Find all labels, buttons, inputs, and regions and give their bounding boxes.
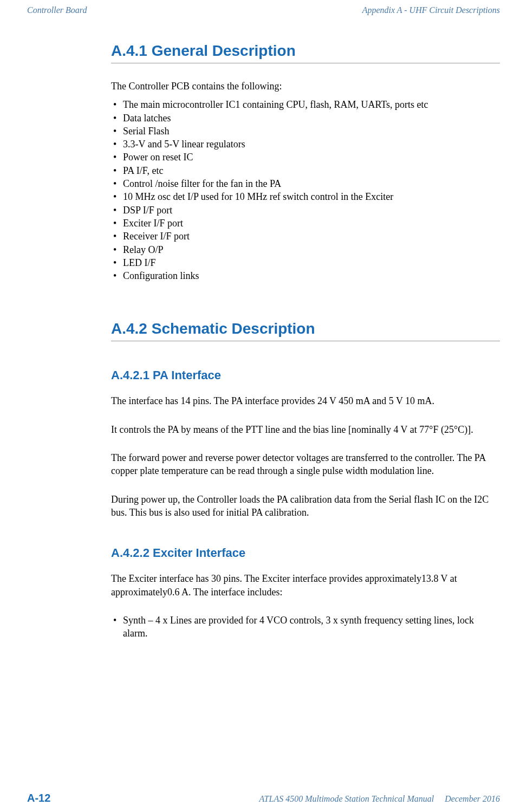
list-item: Exciter I/F port — [111, 217, 500, 230]
list-item: Receiver I/F port — [111, 230, 500, 243]
section-a41-title: A.4.1 General Description — [111, 42, 500, 63]
list-item: Configuration links — [111, 269, 500, 282]
section-a422-p1: The Exciter interface has 30 pins. The E… — [111, 572, 500, 599]
section-a421-title: A.4.2.1 PA Interface — [111, 368, 500, 382]
list-item: LED I/F — [111, 256, 500, 269]
section-a41-list: The main microcontroller IC1 containing … — [111, 98, 500, 282]
list-item: Power on reset IC — [111, 151, 500, 164]
header-right: Appendix A - UHF Circuit Descriptions — [362, 5, 500, 15]
list-item: 3.3-V and 5-V linear regulators — [111, 138, 500, 151]
list-item: Synth – 4 x Lines are provided for 4 VCO… — [111, 614, 500, 640]
section-a422-title: A.4.2.2 Exciter Interface — [111, 546, 500, 560]
list-item: The main microcontroller IC1 containing … — [111, 98, 500, 111]
list-item: 10 MHz osc det I/P used for 10 MHz ref s… — [111, 190, 500, 203]
list-item: Serial Flash — [111, 125, 500, 138]
section-a421-p1: The interface has 14 pins. The PA interf… — [111, 394, 500, 407]
list-item: Relay O/P — [111, 243, 500, 256]
footer-date: December 2016 — [445, 794, 500, 804]
section-a421-p3: The forward power and reverse power dete… — [111, 451, 500, 478]
page-header: Controller Board Appendix A - UHF Circui… — [27, 5, 500, 15]
list-item: Data latches — [111, 112, 500, 125]
section-a41-intro: The Controller PCB contains the followin… — [111, 80, 500, 93]
page-number: A-12 — [27, 792, 50, 804]
list-item: PA I/F, etc — [111, 164, 500, 177]
footer-manual: ATLAS 4500 Multimode Station Technical M… — [259, 794, 434, 804]
page-footer: A-12 ATLAS 4500 Multimode Station Techni… — [27, 792, 500, 804]
section-a42-title: A.4.2 Schematic Description — [111, 320, 500, 341]
section-a421-p2: It controls the PA by means of the PTT l… — [111, 423, 500, 436]
section-a422-list: Synth – 4 x Lines are provided for 4 VCO… — [111, 614, 500, 640]
header-left: Controller Board — [27, 5, 87, 15]
list-item: DSP I/F port — [111, 204, 500, 217]
list-item: Control /noise filter for the fan in the… — [111, 177, 500, 190]
section-a421-p4: During power up, the Controller loads th… — [111, 493, 500, 519]
